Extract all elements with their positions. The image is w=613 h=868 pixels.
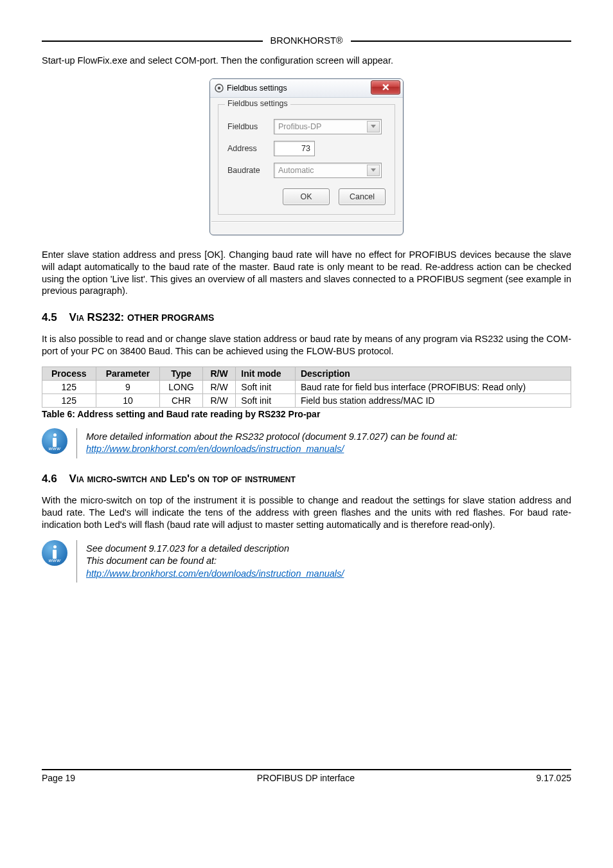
table-row: 125 10 CHR R/W Soft init Field bus stati… [42,393,571,407]
para-46: With the micro-switch on top of the inst… [42,494,571,531]
th-process: Process [42,366,96,380]
cell: Field bus station address/MAC ID [295,393,571,407]
table-caption: Table 6: Address setting and Baud rate r… [42,409,571,419]
rule-right [351,41,572,42]
baudrate-label: Baudrate [227,166,274,175]
sec46-num: 4.6 [42,473,57,485]
dialog-close-button[interactable]: ✕ [371,80,400,95]
footer-right: 9.17.025 [536,773,571,783]
sec46-main: ia micro-switch and L [76,473,177,485]
cell: 10 [96,393,160,407]
intro-text: Start-up FlowFix.exe and select COM-port… [42,55,571,67]
sec46-mid: ed's on top of instrument [176,473,295,485]
fieldbus-label: Fieldbus [227,122,274,131]
svg-marker-3 [371,168,376,172]
info1-link[interactable]: http://www.bronkhorst.com/en/downloads/i… [86,444,344,454]
address-value: 73 [301,144,310,153]
info-icon: www [42,428,67,454]
sec45-lead: V [69,311,76,323]
cell: 125 [42,393,96,407]
sec45-num: 4.5 [42,311,57,323]
info1-line1: More detailed information about the RS23… [86,431,458,444]
svg-point-1 [218,87,220,89]
cell: R/W [202,393,236,407]
info-block-2: www See document 9.17.023 for a detailed… [42,540,571,583]
rule-left [42,41,263,42]
cancel-button[interactable]: Cancel [339,188,386,205]
table-row: 125 9 LONG R/W Soft init Baud rate for f… [42,380,571,393]
fieldbus-dialog: Fieldbus settings ✕ Fieldbus settings Fi… [209,78,404,235]
dialog-title: Fieldbus settings [227,84,287,93]
th-type: Type [160,366,202,380]
th-desc: Description [295,366,571,380]
dialog-titlebar: Fieldbus settings ✕ [210,79,403,98]
cell: CHR [160,393,202,407]
dialog-statusbar [211,221,402,233]
sec46-lead: V [69,473,76,485]
fieldset-legend: Fieldbus settings [225,99,290,108]
header-rule: BRONKHORST® [42,35,571,46]
footer-left: Page 19 [42,773,75,783]
info-icon: www [42,540,67,566]
cell: 9 [96,380,160,393]
address-input[interactable]: 73 [274,141,315,156]
sec45-main: ia RS232: [76,311,124,323]
header-brand: BRONKHORST® [267,35,347,46]
cell: Soft init [236,380,296,393]
fieldbus-value: Profibus-DP [278,122,321,131]
baudrate-value: Automatic [278,166,314,175]
footer-center: PROFIBUS DP interface [257,773,355,783]
th-parameter: Parameter [96,366,160,380]
ok-label: OK [300,192,312,201]
section-4-5-heading: 4.5 Via RS232: other programs [42,311,571,324]
rs232-table: Process Parameter Type R/W Init mode Des… [42,366,571,408]
para-45: It is also possible to read and or chang… [42,333,571,357]
cell: LONG [160,380,202,393]
cell: 125 [42,380,96,393]
svg-marker-2 [371,125,376,128]
footer: Page 19 PROFIBUS DP interface 9.17.025 [42,769,571,783]
close-icon: ✕ [382,82,390,92]
chevron-down-icon [367,165,380,176]
cell: Baud rate for field bus interface (PROFI… [295,380,571,393]
chevron-down-icon [367,121,380,132]
para-ok: Enter slave station address and press [O… [42,249,571,297]
section-4-6-heading: 4.6 Via micro-switch and Led's on top of… [42,473,571,485]
sec45-tail: other programs [127,312,214,323]
cell: Soft init [236,393,296,407]
baudrate-combo[interactable]: Automatic [274,163,382,178]
th-rw: R/W [202,366,236,380]
fieldbus-combo[interactable]: Profibus-DP [274,119,382,134]
dialog-icon [214,83,224,93]
fieldset: Fieldbus settings Fieldbus Profibus-DP A… [218,104,395,215]
info2-line1: See document 9.17.023 for a detailed des… [86,543,344,556]
address-label: Address [227,144,274,153]
info-block-1: www More detailed information about the … [42,428,571,458]
info2-line2: This document can be found at: [86,555,344,568]
ok-button[interactable]: OK [283,188,330,205]
info2-link[interactable]: http://www.bronkhorst.com/en/downloads/i… [86,568,344,579]
cancel-label: Cancel [350,192,375,201]
th-init: Init mode [236,366,296,380]
cell: R/W [202,380,236,393]
